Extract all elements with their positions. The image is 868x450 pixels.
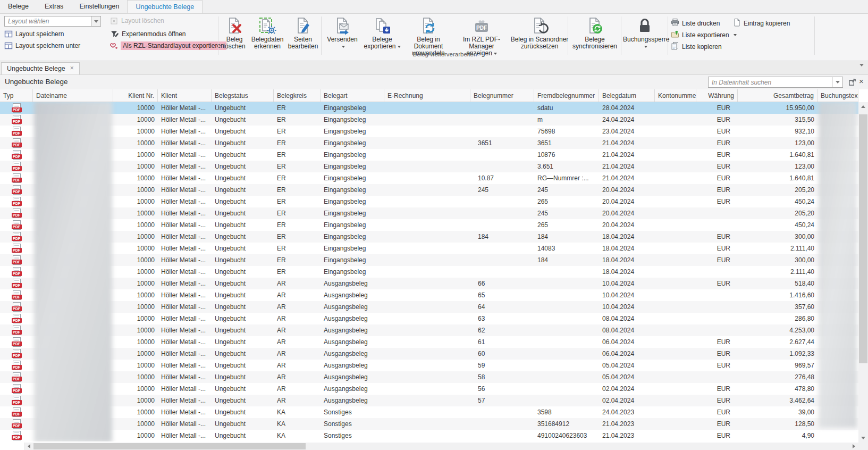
cell-belegdatum: 21.04.2024: [599, 149, 655, 161]
column-header-e_rechnung[interactable]: E-Rechnung: [384, 89, 470, 102]
cell-klient_nr: 10000: [113, 196, 158, 207]
menu-tab-extras[interactable]: Extras: [37, 0, 71, 13]
table-row[interactable]: 10000Höller Metall -...UngebuchtARAusgan…: [0, 336, 858, 348]
table-row[interactable]: 10000Höller Metall -...UngebuchtARAusgan…: [0, 360, 858, 371]
table-row[interactable]: 10000Höller Metall -...UngebuchtKASonsti…: [0, 430, 858, 441]
cell-belegdatum: 02.04.2024: [599, 383, 655, 395]
popout-panel-icon[interactable]: [848, 78, 856, 88]
column-header-belegkreis[interactable]: Belegkreis: [274, 89, 321, 102]
column-header-buchungstext[interactable]: Buchungstext: [818, 89, 858, 102]
eintrag-kopieren-button[interactable]: Eintrag kopieren: [732, 18, 790, 28]
vertical-scrollbar-thumb[interactable]: [859, 114, 867, 363]
cell-waehrung: EUR: [696, 395, 738, 406]
search-input-combobox[interactable]: [708, 77, 843, 88]
table-row[interactable]: 10000Höller Metall -...UngebuchtEREingan…: [0, 219, 858, 231]
table-row[interactable]: 10000Höller Metall -...UngebuchtEREingan…: [0, 102, 858, 114]
cell-e_rechnung: [384, 324, 470, 336]
ribbon-button-beleg-in-scanordner-zuruecksetzen[interactable]: Beleg in Scanordnerzurücksetzen: [510, 15, 569, 50]
table-row[interactable]: 10000Höller Metall -...UngebuchtKASonsti…: [0, 418, 858, 430]
column-header-belegart[interactable]: Belegart: [321, 89, 384, 102]
layout-speichern-unter-button[interactable]: Layout speichern unter: [4, 41, 80, 50]
table-row[interactable]: 10000Höller Metall -...UngebuchtKASonsti…: [0, 406, 858, 418]
cell-buchungstext: [818, 114, 858, 126]
vertical-scrollbar[interactable]: [858, 102, 868, 443]
ribbon-button-belege-exportieren[interactable]: Belegeexportieren: [361, 15, 403, 50]
close-panel-icon[interactable]: ×: [859, 77, 864, 86]
cell-e_rechnung: [384, 289, 470, 301]
table-row[interactable]: 10000Höller Metall -...UngebuchtEREingan…: [0, 126, 858, 137]
table-row[interactable]: 10000Höller Metall -...UngebuchtEREingan…: [0, 149, 858, 161]
table-row[interactable]: 10000Höller Metall -...UngebuchtEREingan…: [0, 172, 858, 184]
table-row[interactable]: 10000Höller Metall -...UngebuchtARAusgan…: [0, 324, 858, 336]
table-row[interactable]: 10000Höller Metall -...UngebuchtEREingan…: [0, 207, 858, 219]
column-header-kontonummer[interactable]: Kontonummer: [655, 89, 696, 102]
scroll-left-button[interactable]: [25, 443, 33, 450]
table-row[interactable]: 10000Höller Metall -...UngebuchtARAusgan…: [0, 383, 858, 395]
column-header-belegstatus[interactable]: Belegstatus: [212, 89, 274, 102]
ribbon-button-belegdaten-erkennen[interactable]: Belegdatenerkennen: [250, 15, 285, 50]
table-row[interactable]: 10000Höller Metall -...UngebuchtEREingan…: [0, 137, 858, 149]
table-row[interactable]: 10000Höller Metall -...UngebuchtARAusgan…: [0, 313, 858, 324]
cell-klient: Höller Metall -...: [158, 231, 212, 243]
ribbon-button-buchungssperre[interactable]: Buchungssperre: [623, 15, 667, 50]
liste-exportieren-button[interactable]: Liste exportieren: [671, 30, 737, 40]
horizontal-scrollbar[interactable]: [0, 443, 868, 450]
document-tab-ungebuchte-belege[interactable]: Ungebuchte Belege ×: [1, 62, 80, 74]
layout-select-combobox[interactable]: Layout wählen: [4, 16, 101, 27]
ribbon-button-beleg-loeschen[interactable]: Beleglöschen: [220, 15, 249, 50]
table-row[interactable]: 10000Höller Metall -...UngebuchtEREingan…: [0, 266, 858, 278]
cell-waehrung: EUR: [696, 360, 738, 371]
cell-klient_nr: 10000: [113, 395, 158, 406]
ribbon-button-belege-synchronisieren[interactable]: Belegesynchronisieren: [570, 15, 620, 50]
search-input[interactable]: [709, 77, 837, 87]
table-row[interactable]: 10000Höller Metall -...UngebuchtARAusgan…: [0, 278, 858, 289]
table-row[interactable]: 10000Höller Metall -...UngebuchtEREingan…: [0, 196, 858, 207]
table-row[interactable]: 10000Höller Metall -...UngebuchtARAusgan…: [0, 301, 858, 313]
table-row[interactable]: 10000Höller Metall -...UngebuchtARAusgan…: [0, 395, 858, 406]
ribbon-button-seiten-bearbeiten[interactable]: Seitenbearbeiten: [286, 15, 320, 50]
rzl-standardlayout-exportieren-button[interactable]: Als RZL-Standardlayout exportieren: [109, 41, 226, 50]
table-row[interactable]: 10000Höller Metall -...UngebuchtEREingan…: [0, 161, 858, 172]
menu-tab-einstellungen[interactable]: Einstellungen: [71, 0, 127, 13]
layout-loeschen-button[interactable]: Layout löschen: [110, 16, 164, 25]
table-row[interactable]: 10000Höller Metall -...UngebuchtEREingan…: [0, 184, 858, 196]
table-row[interactable]: 10000Höller Metall -...UngebuchtEREingan…: [0, 114, 858, 126]
scroll-right-button[interactable]: [850, 443, 858, 450]
table-row[interactable]: 10000Höller Metall -...UngebuchtARAusgan…: [0, 348, 858, 360]
table-row[interactable]: 10000Höller Metall -...UngebuchtEREingan…: [0, 243, 858, 254]
ribbon-button-label: Beleg in Scanordnerzurücksetzen: [510, 36, 569, 50]
table-row[interactable]: 10000Höller Metall -...UngebuchtARAusgan…: [0, 371, 858, 383]
scroll-down-button[interactable]: [858, 434, 868, 443]
column-header-typ[interactable]: Typ: [0, 89, 33, 102]
table-row[interactable]: 10000Höller Metall -...UngebuchtARAusgan…: [0, 289, 858, 301]
cell-belegnummer: 61: [470, 336, 534, 348]
tab-close-icon[interactable]: ×: [70, 65, 74, 71]
layout-combobox-dropdown-button[interactable]: [91, 16, 100, 26]
pdf-file-icon: [13, 407, 21, 417]
column-header-belegnummer[interactable]: Belegnummer: [470, 89, 534, 102]
column-header-fremdbelegnummer[interactable]: Fremdbelegnummer: [534, 89, 599, 102]
column-header-gesamtbetrag[interactable]: Gesamtbetrag: [738, 89, 818, 102]
column-header-waehrung[interactable]: Währung: [696, 89, 738, 102]
horizontal-scrollbar-thumb[interactable]: [33, 443, 306, 449]
liste-kopieren-button[interactable]: Liste kopieren: [671, 41, 722, 52]
pdf-file-icon: [13, 244, 21, 253]
tab-strip-menu-caret-icon[interactable]: [859, 66, 864, 74]
search-dropdown-button[interactable]: [832, 77, 842, 87]
delete-layout-icon: [110, 16, 119, 25]
table-row[interactable]: 10000Höller Metall -...UngebuchtEREingan…: [0, 231, 858, 243]
menu-tab-belege[interactable]: Belege: [0, 0, 37, 13]
layout-speichern-button[interactable]: Layout speichern: [4, 30, 64, 38]
column-header-belegdatum[interactable]: Belegdatum: [599, 89, 655, 102]
menu-tab-ungebuchte-belege[interactable]: Ungebuchte Belege: [127, 0, 203, 13]
expertenmodus-button[interactable]: Expertenmodus öffnen: [110, 30, 186, 38]
liste-drucken-button[interactable]: Liste drucken: [671, 18, 720, 28]
column-header-klient[interactable]: Klient: [158, 89, 212, 102]
column-header-klient_nr[interactable]: Klient Nr.: [113, 89, 158, 102]
cell-typ: [0, 137, 33, 149]
cell-fremdbelegnummer: [534, 301, 599, 313]
table-row[interactable]: 10000Höller Metall -...UngebuchtEREingan…: [0, 254, 858, 266]
column-header-dateiname[interactable]: Dateiname: [33, 89, 113, 102]
ribbon-button-versenden[interactable]: Versenden: [324, 15, 360, 50]
scroll-up-button[interactable]: [858, 102, 868, 111]
